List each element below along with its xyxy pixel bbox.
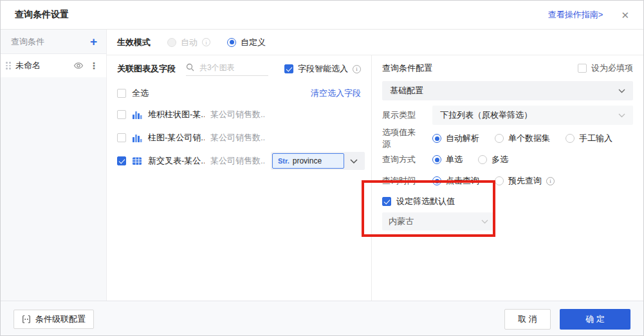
footer-actions: 取 消 确 定 <box>504 309 630 330</box>
basic-config-title: 基础配置 <box>390 85 423 97</box>
charts-panel-header: 关联图表及字段 字段智能选入 i <box>107 55 371 82</box>
config-panel-header: 查询条件配置 设为必填项 <box>382 55 633 81</box>
radio-label: 预先查询 <box>508 175 542 187</box>
query-mode-label: 查询方式 <box>382 154 423 165</box>
field-select-control[interactable]: Str. province <box>271 152 365 170</box>
query-time-label: 查询时间 <box>382 175 423 187</box>
cascade-icon <box>22 315 31 324</box>
dialog-footer: 条件级联配置 取 消 确 定 <box>1 301 643 336</box>
info-icon: i <box>202 38 210 46</box>
field-name: province <box>293 156 322 165</box>
visibility-eye-icon[interactable] <box>73 61 84 71</box>
value-source-row: 选项值来源 自动解析 单个数据集 <box>382 131 633 146</box>
search-icon <box>186 63 194 71</box>
chart-row: 新交叉表-某公... 某公司销售数... Str. province <box>107 149 371 173</box>
charts-panel-title: 关联图表及字段 <box>117 63 176 75</box>
smart-select-checkbox[interactable] <box>284 64 293 73</box>
selected-field-tag: Str. province <box>272 153 344 169</box>
radio-label: 多选 <box>492 154 508 165</box>
chevron-down-icon <box>344 159 363 163</box>
item-more-menu-icon[interactable]: ⋮ <box>88 61 100 71</box>
smart-select-option: 字段智能选入 i <box>284 63 361 75</box>
radio-icon <box>566 134 575 143</box>
field-type-badge: Str. <box>278 157 290 165</box>
chart-search <box>186 62 268 76</box>
select-all-checkbox[interactable] <box>117 89 126 98</box>
close-icon[interactable]: ✕ <box>621 10 629 20</box>
radio-icon <box>432 155 441 164</box>
select-all-label: 全选 <box>132 88 149 99</box>
stacked-bar-chart-icon <box>132 109 142 120</box>
config-panel-title: 查询条件配置 <box>382 62 578 74</box>
dialog-title: 查询条件设置 <box>15 9 548 21</box>
radio-icon <box>432 176 441 185</box>
default-value-select[interactable]: 内蒙古 <box>382 212 495 230</box>
radio-auto-parse[interactable]: 自动解析 <box>432 133 479 144</box>
info-icon: i <box>546 177 555 185</box>
radio-label: 手工输入 <box>579 133 612 144</box>
chevron-down-icon <box>618 113 625 118</box>
chart-dataset: 某公司销售数... <box>210 132 265 144</box>
default-value-text: 内蒙古 <box>389 216 414 227</box>
radio-single-select[interactable]: 单选 <box>432 154 463 165</box>
effective-mode-row: 生效模式 自动 i 自定义 <box>107 30 643 55</box>
default-value-checkbox[interactable] <box>382 197 391 206</box>
query-mode-row: 查询方式 单选 多选 <box>382 152 633 167</box>
chart-name: 堆积柱状图-某... <box>148 109 205 120</box>
chart-dataset: 某公司销售数... <box>210 109 265 120</box>
bar-chart-icon <box>132 133 142 143</box>
required-checkbox[interactable] <box>578 64 587 73</box>
radio-icon <box>495 176 504 185</box>
chart-search-input[interactable] <box>198 62 268 73</box>
chart-dataset: 某公司销售数... <box>210 155 265 167</box>
radio-auto-label: 自动 <box>181 37 198 48</box>
query-condition-settings-dialog: 查询条件设置 查看操作指南> ✕ 查询条件 + 未命名 ⋮ <box>0 0 644 336</box>
display-type-select[interactable]: 下拉列表（原枚举筛选） <box>432 106 633 125</box>
chart-row-checkbox[interactable] <box>117 156 126 165</box>
radio-click-query[interactable]: 点击查询 <box>432 175 479 187</box>
display-type-label: 展示类型 <box>382 109 423 121</box>
operation-guide-link[interactable]: 查看操作指南> <box>548 9 603 21</box>
chevron-down-icon <box>618 89 625 93</box>
radio-custom[interactable]: 自定义 <box>227 37 266 48</box>
radio-custom-icon <box>227 38 236 47</box>
required-label: 设为必填项 <box>591 62 633 74</box>
cross-table-icon <box>132 156 142 166</box>
info-icon: i <box>353 65 361 73</box>
chart-row-checkbox[interactable] <box>117 133 126 142</box>
add-condition-button[interactable]: + <box>90 35 97 48</box>
radio-manual-input[interactable]: 手工输入 <box>566 133 612 144</box>
radio-auto[interactable]: 自动 i <box>167 37 210 48</box>
confirm-button[interactable]: 确 定 <box>560 309 630 330</box>
radio-label: 单选 <box>446 154 463 165</box>
clear-selected-fields-link[interactable]: 清空选入字段 <box>311 88 361 99</box>
dialog-body: 查询条件 + 未命名 ⋮ 生效模式 自动 <box>1 30 643 301</box>
main-area: 生效模式 自动 i 自定义 关联图表及字段 <box>107 30 643 301</box>
default-value-label: 设定筛选默认值 <box>396 196 455 207</box>
radio-icon <box>495 134 504 143</box>
query-time-row: 查询时间 点击查询 预先查询 i <box>382 173 633 189</box>
cascade-config-button[interactable]: 条件级联配置 <box>14 310 94 329</box>
condition-config-panel: 查询条件配置 设为必填项 基础配置 展示类 <box>372 55 643 301</box>
radio-pre-query[interactable]: 预先查询 i <box>495 175 555 187</box>
radio-multi-select[interactable]: 多选 <box>478 154 508 165</box>
radio-label: 点击查询 <box>446 175 479 187</box>
chart-name: 新交叉表-某公... <box>148 155 205 167</box>
value-source-label: 选项值来源 <box>382 127 423 150</box>
chevron-down-icon <box>481 219 488 224</box>
default-value-option: 设定筛选默认值 <box>382 194 633 209</box>
cascade-button-label: 条件级联配置 <box>35 313 86 325</box>
cancel-button[interactable]: 取 消 <box>504 309 551 330</box>
chart-row: 柱图-某公司销... 某公司销售数... <box>107 126 371 149</box>
radio-single-dataset[interactable]: 单个数据集 <box>495 133 550 144</box>
radio-label: 单个数据集 <box>508 133 550 144</box>
display-type-row: 展示类型 下拉列表（原枚举筛选） <box>382 106 633 125</box>
sidebar-header: 查询条件 + <box>1 30 106 54</box>
basic-config-section-header[interactable]: 基础配置 <box>382 81 633 100</box>
drag-handle-icon[interactable] <box>6 62 11 70</box>
radio-auto-icon <box>167 38 176 47</box>
sidebar-item-unnamed[interactable]: 未命名 ⋮ <box>1 54 106 77</box>
panels: 关联图表及字段 字段智能选入 i <box>107 55 643 301</box>
chart-row: 堆积柱状图-某... 某公司销售数... <box>107 103 371 126</box>
chart-row-checkbox[interactable] <box>117 110 126 119</box>
